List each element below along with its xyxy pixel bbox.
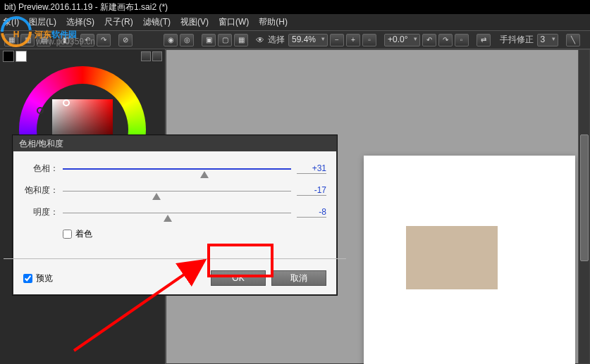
zoom-in-button[interactable]: +: [346, 34, 360, 46]
menu-bar: 象(I) 图层(L) 选择(S) 尺子(R) 滤镜(T) 视图(V) 窗口(W)…: [0, 14, 590, 31]
toolbar-btn-last[interactable]: ╲: [566, 34, 580, 46]
toolbar-btn-4[interactable]: ◧: [59, 34, 73, 46]
zoom-reset-button[interactable]: ▫: [362, 34, 376, 46]
swatch-opt-2[interactable]: [152, 51, 162, 61]
eye-icon: 👁: [256, 35, 264, 45]
zoom-out-button[interactable]: −: [330, 34, 344, 46]
hue-saturation-dialog: 色相/饱和度 色相： +31 饱和度： -17 明度： -8: [13, 135, 337, 295]
canvas-shape-rect[interactable]: [406, 226, 498, 289]
toolbar: ▦ ▥ ▤ ◧ ↶ ↷ ⊘ ◉ ◎ ▣ ▢ ▦ 👁 选择 59.4% − + ▫…: [0, 31, 590, 49]
bg-swatch[interactable]: [16, 51, 27, 62]
hue-slider-thumb[interactable]: [200, 171, 209, 178]
hue-slider-row: 色相： +31: [23, 163, 326, 175]
title-bar: bit) Preview.2016.11.19 - 新建画布1.sai2 (*): [0, 0, 590, 14]
saturation-slider-thumb[interactable]: [152, 193, 161, 200]
menu-item-layer[interactable]: 图层(L): [29, 16, 56, 28]
toolbar-btn-8[interactable]: ◉: [164, 34, 178, 46]
hue-label: 色相：: [23, 163, 63, 175]
swatch-row: [0, 49, 165, 63]
toolbar-btn-1[interactable]: ▦: [4, 34, 18, 46]
saturation-slider-row: 饱和度： -17: [23, 184, 326, 196]
menu-item-ruler[interactable]: 尺子(R): [104, 16, 133, 28]
rotate-ccw-button[interactable]: ↶: [422, 34, 436, 46]
rotate-cw-button[interactable]: ↷: [438, 34, 453, 46]
toolbar-btn-11[interactable]: ▢: [218, 34, 232, 46]
swatch-opt-1[interactable]: [141, 51, 151, 61]
toolbar-btn-10[interactable]: ▣: [202, 34, 216, 46]
hue-cursor[interactable]: [37, 107, 44, 114]
preview-checkbox[interactable]: [23, 274, 32, 283]
zoom-dropdown[interactable]: 59.4%: [288, 34, 328, 46]
colorize-checkbox[interactable]: [63, 230, 72, 239]
annotation-highlight: [207, 244, 274, 277]
flip-h-button[interactable]: ⇄: [477, 34, 491, 46]
toolbar-btn-undo[interactable]: ↶: [80, 34, 94, 46]
window-title: bit) Preview.2016.11.19 - 新建画布1.sai2 (*): [4, 1, 168, 13]
sv-cursor[interactable]: [63, 99, 70, 106]
menu-item-window[interactable]: 窗口(W): [219, 16, 249, 28]
cancel-button[interactable]: 取消: [271, 270, 326, 286]
menu-item-select[interactable]: 选择(S): [66, 16, 94, 28]
brightness-slider-thumb[interactable]: [164, 215, 172, 222]
hue-value[interactable]: +31: [297, 163, 326, 174]
stabilizer-label: 手抖修正: [500, 34, 534, 46]
scrollbar-thumb[interactable]: [580, 134, 589, 261]
saturation-value[interactable]: -17: [297, 185, 326, 196]
hue-slider[interactable]: [63, 164, 291, 174]
menu-item-image[interactable]: 象(I): [3, 16, 19, 28]
toolbar-btn-2[interactable]: ▥: [20, 34, 35, 46]
toolbar-btn-3[interactable]: ▤: [37, 34, 51, 46]
fg-swatch[interactable]: [3, 51, 14, 62]
colorize-row: 着色: [63, 228, 326, 240]
select-label: 选择: [268, 34, 285, 46]
brightness-label: 明度：: [23, 206, 63, 218]
brightness-slider-row: 明度： -8: [23, 206, 326, 218]
rotate-reset-button[interactable]: ▫: [455, 34, 469, 46]
angle-dropdown[interactable]: +0.0°: [384, 34, 420, 46]
colorize-label: 着色: [75, 228, 92, 240]
toolbar-btn-redo[interactable]: ↷: [97, 34, 111, 46]
saturation-label: 饱和度：: [23, 184, 63, 196]
menu-item-help[interactable]: 帮助(H): [259, 16, 288, 28]
menu-item-filter[interactable]: 滤镜(T): [143, 16, 171, 28]
toolbar-btn-12[interactable]: ▦: [234, 34, 248, 46]
saturation-slider[interactable]: [63, 186, 291, 196]
toolbar-btn-9[interactable]: ◎: [180, 34, 194, 46]
dialog-title: 色相/饱和度: [13, 136, 336, 151]
brightness-value[interactable]: -8: [297, 207, 326, 218]
stabilizer-dropdown[interactable]: 3: [537, 34, 558, 46]
toolbar-btn-deselect[interactable]: ⊘: [118, 34, 133, 46]
menu-item-view[interactable]: 视图(V): [180, 16, 209, 28]
brightness-slider[interactable]: [63, 208, 291, 218]
scrollbar-vertical[interactable]: [578, 50, 589, 363]
preview-label: 预览: [36, 272, 53, 284]
